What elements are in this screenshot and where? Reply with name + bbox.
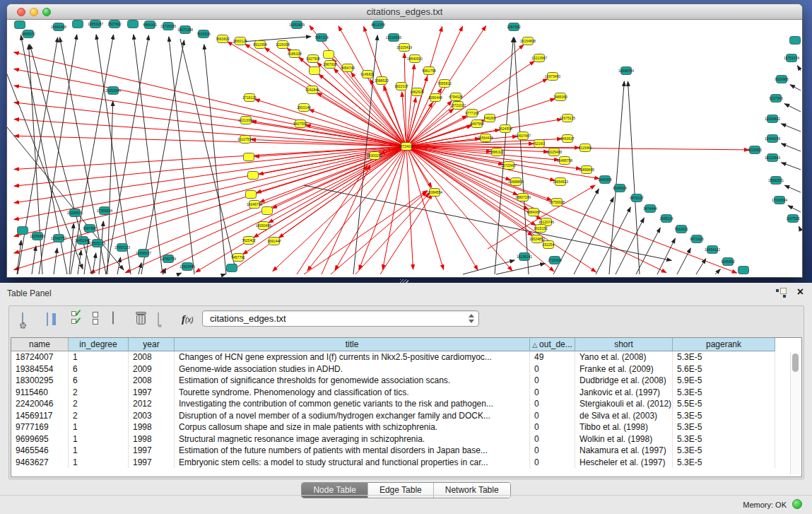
graph-node[interactable] [739, 267, 749, 274]
table-cell[interactable]: Nakamura et al. (1997) [575, 445, 673, 457]
graph-node[interactable]: 16495758 [557, 157, 572, 165]
graph-node[interactable]: 12444159 [765, 135, 780, 143]
column-header-short[interactable]: short [575, 338, 673, 351]
table-cell[interactable]: Changes of HCN gene expression and I(f) … [175, 351, 530, 363]
table-cell[interactable]: 2009 [129, 363, 175, 375]
table-cell[interactable]: 5.3E-5 [673, 351, 775, 363]
graph-node[interactable]: 7857224 [314, 34, 329, 42]
graph-node[interactable] [246, 191, 257, 199]
table-cell[interactable]: Estimation of significance thresholds fo… [175, 375, 530, 387]
graph-node[interactable]: 10607487 [515, 132, 531, 140]
table-cell[interactable]: Yano et al. (2008) [575, 351, 673, 363]
graph-node[interactable]: 8186328 [288, 50, 302, 58]
table-cell[interactable]: 1997 [129, 387, 175, 399]
graph-node[interactable]: 10688809 [508, 178, 524, 186]
table-row[interactable]: 969969511998Structural magnetic resonanc… [11, 433, 801, 445]
graph-node[interactable]: 11156869 [30, 233, 45, 240]
table-cell[interactable]: Structural magnetic resonance image aver… [175, 433, 530, 445]
table-row[interactable]: 911546021997Tourette syndrome. Phenomeno… [11, 387, 801, 399]
graph-node[interactable]: 9777169 [465, 110, 479, 117]
table-cell[interactable]: Franke et al. (2009) [575, 363, 673, 375]
table-row[interactable]: 1938455462009Genome-wide association stu… [11, 363, 801, 375]
graph-node[interactable]: 8471626 [690, 235, 704, 243]
table-cell[interactable]: 18300295 [11, 375, 69, 387]
graph-node[interactable]: 15720407 [501, 162, 517, 170]
graph-node[interactable]: 9884067 [526, 209, 541, 216]
graph-node[interactable]: 18640910 [407, 55, 423, 63]
table-cell[interactable]: Estimation of the future numbers of pati… [175, 445, 530, 457]
table-cell[interactable]: Tourette syndrome. Phenomenology and cla… [175, 387, 530, 399]
table-cell[interactable]: 2003 [129, 410, 175, 422]
graph-node[interactable]: 746266 [484, 115, 496, 122]
table-cell[interactable]: 0 [530, 363, 575, 375]
graph-node[interactable]: 20206576 [67, 209, 83, 217]
graph-node[interactable]: 14136141 [517, 253, 532, 261]
table-cell[interactable]: 6 [69, 375, 129, 387]
table-cell[interactable]: 2 [69, 410, 129, 422]
table-cell[interactable]: Hescheler et al. (1997) [575, 457, 673, 469]
table-cell[interactable]: 1 [69, 445, 129, 457]
graph-node[interactable]: 7615526 [196, 30, 211, 38]
table-cell[interactable]: 5.3E-5 [673, 387, 775, 399]
graph-node[interactable]: 20691406 [51, 23, 66, 31]
graph-node[interactable]: 10653287 [88, 21, 103, 28]
graph-node[interactable]: 9427552 [293, 120, 307, 128]
table-cell[interactable]: 2008 [129, 375, 175, 387]
graph-node[interactable]: 6466160 [143, 21, 157, 29]
graph-node[interactable]: 10899695 [579, 166, 594, 174]
graph-node[interactable] [790, 37, 801, 45]
graph-node[interactable]: 15325419 [396, 44, 412, 52]
graph-node[interactable]: 8454749 [341, 64, 355, 72]
table-cell[interactable]: 0 [530, 375, 575, 387]
graph-node[interactable]: 8938924 [613, 185, 627, 192]
graph-node[interactable]: 12923446 [180, 263, 195, 271]
table-cell[interactable]: 0 [530, 410, 575, 422]
table-cell[interactable]: 2008 [129, 351, 175, 363]
graph-node[interactable]: 6794028 [449, 93, 463, 101]
graph-node[interactable]: 9660126 [233, 37, 247, 45]
graph-node[interactable] [15, 21, 25, 29]
graph-node[interactable]: 7625402 [242, 237, 256, 245]
graph-node[interactable]: 10025488 [546, 148, 562, 156]
graph-node[interactable]: 1862615 [410, 88, 424, 96]
table-cell[interactable]: Tibbo et al. (1998) [575, 421, 673, 433]
table-row[interactable]: 946554611997Estimation of the future num… [11, 445, 801, 457]
table-cell[interactable]: 2 [69, 398, 129, 410]
table-row[interactable]: 1456911722003Disruption of a novel membe… [11, 410, 801, 422]
graph-node[interactable]: 12975115 [560, 115, 575, 122]
graph-node[interactable]: 9097587 [83, 225, 97, 233]
graph-node[interactable]: 7955812 [437, 80, 452, 88]
table-cell[interactable]: 2012 [129, 398, 175, 410]
table-cell[interactable]: 9777169 [11, 421, 69, 433]
graph-node[interactable]: 12942757 [51, 235, 66, 243]
table-row[interactable]: 977716911998Corpus callosum shape and si… [11, 421, 801, 433]
graph-node[interactable]: 2803144 [297, 104, 311, 112]
graph-node[interactable]: 2935114 [659, 215, 673, 223]
column-header-pagerank[interactable]: pagerank [673, 338, 775, 351]
graph-node[interactable]: 16053809 [289, 21, 305, 29]
graph-node[interactable] [128, 21, 139, 28]
graph-node[interactable] [73, 21, 83, 28]
close-window-button[interactable] [17, 8, 25, 16]
graph-node[interactable] [248, 172, 259, 180]
table-cell[interactable]: 1 [69, 457, 129, 469]
table-row[interactable]: 1830029562008Estimation of significance … [11, 375, 801, 387]
column-header-title[interactable]: title [175, 338, 530, 351]
table-cell[interactable]: 1 [69, 433, 129, 445]
table-cell[interactable]: 0 [530, 433, 575, 445]
graph-node[interactable]: 16648784 [618, 67, 634, 75]
graph-node[interactable] [324, 51, 334, 59]
graph-node[interactable]: 9227343 [769, 95, 783, 103]
graph-node[interactable]: 1615152 [534, 225, 548, 233]
table-cell[interactable]: Disruption of a novel member of a sodium… [175, 410, 530, 422]
table-cell[interactable]: 0 [530, 457, 575, 469]
graph-node[interactable]: 1822037 [394, 83, 408, 90]
graph-node[interactable]: 62160 [534, 140, 545, 148]
table-cell[interactable]: 1998 [129, 421, 175, 433]
graph-node[interactable]: 9115460 [578, 144, 592, 152]
table-cell[interactable]: 5.3E-5 [673, 421, 775, 433]
table-row[interactable]: 2242004622012Investigating the contribut… [11, 398, 801, 410]
graph-node[interactable]: 1691447 [267, 238, 281, 245]
graph-node[interactable]: 17016504 [772, 197, 787, 204]
table-cell[interactable]: 9463627 [11, 457, 69, 469]
